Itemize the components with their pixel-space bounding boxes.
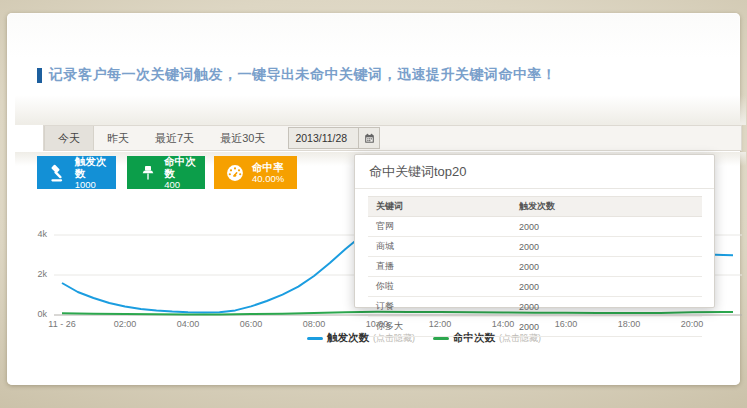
x-tick-label: 08:00 (303, 319, 326, 329)
page-title: 记录客户每一次关键词触发，一键导出未命中关键词，迅速提升关键词命中率！ (37, 66, 557, 84)
tab-last30days[interactable]: 最近30天 (207, 126, 278, 150)
x-tick-label: 06:00 (240, 319, 263, 329)
cell-trigger-count: 2000 (511, 277, 702, 297)
top20-panel: 命中关键词top20 关键词 触发次数 官网2000商城2000直播2000你啦… (354, 154, 715, 308)
y-tick-label: 0k (27, 309, 47, 319)
stat-value: 400 (164, 179, 205, 190)
x-tick-label: 04:00 (177, 319, 200, 329)
stat-value: 40.00% (252, 173, 284, 184)
date-picker[interactable]: 2013/11/28 (288, 127, 380, 149)
table-row: 直播2000 (368, 257, 702, 277)
table-row: 订餐2000 (368, 297, 702, 317)
table-row: 你多大2000 (368, 317, 702, 337)
stat-label: 命中率 (252, 161, 284, 173)
x-tick-label: 11 - 26 (48, 319, 75, 329)
stat-trigger-count[interactable]: 触发次数 1000 (37, 156, 116, 189)
date-value[interactable]: 2013/11/28 (289, 128, 358, 148)
y-tick-label: 2k (27, 269, 47, 279)
cell-trigger-count: 2000 (511, 237, 702, 257)
section-divider-top (15, 95, 746, 125)
table-row: 你啦2000 (368, 277, 702, 297)
cell-trigger-count: 2000 (511, 217, 702, 237)
legend-line-blue-icon (307, 337, 323, 340)
legend-name: 触发次数 (327, 331, 369, 345)
stat-label: 命中次数 (164, 155, 205, 179)
col-trigger-count: 触发次数 (511, 197, 702, 217)
cell-keyword: 你啦 (368, 277, 511, 297)
gavel-icon (45, 163, 71, 183)
page-title-text: 记录客户每一次关键词触发，一键导出未命中关键词，迅速提升关键词命中率！ (49, 66, 557, 84)
desktop-background: 记录客户每一次关键词触发，一键导出未命中关键词，迅速提升关键词命中率！ 今天 昨… (0, 0, 747, 408)
panel-title: 命中关键词top20 (355, 155, 714, 189)
cell-trigger-count: 2000 (511, 297, 702, 317)
table-row: 官网2000 (368, 217, 702, 237)
stat-hit-count[interactable]: 命中次数 400 (127, 156, 205, 189)
dashboard-card: 记录客户每一次关键词触发，一键导出未命中关键词，迅速提升关键词命中率！ 今天 昨… (7, 13, 740, 385)
cell-trigger-count: 2000 (511, 317, 702, 337)
y-tick-label: 4k (27, 229, 47, 239)
stat-value: 1000 (75, 179, 116, 190)
col-keyword: 关键词 (368, 197, 511, 217)
x-tick-label: 02:00 (114, 319, 137, 329)
pushpin-icon (135, 164, 160, 182)
tab-last7days[interactable]: 最近7天 (142, 126, 207, 150)
cell-keyword: 订餐 (368, 297, 511, 317)
cell-keyword: 商城 (368, 237, 511, 257)
keyword-table-body: 官网2000商城2000直播2000你啦2000订餐2000你多大2000 (368, 217, 702, 337)
gauge-icon (222, 163, 248, 183)
keyword-table: 关键词 触发次数 官网2000商城2000直播2000你啦2000订餐2000你… (368, 196, 702, 337)
tab-yesterday[interactable]: 昨天 (94, 126, 142, 150)
cell-keyword: 官网 (368, 217, 511, 237)
stat-hit-rate[interactable]: 命中率 40.00% (214, 156, 297, 189)
date-range-toolbar: 今天 昨天 最近7天 最近30天 2013/11/28 (43, 125, 742, 151)
cell-keyword: 你多大 (368, 317, 511, 337)
stat-label: 触发次数 (75, 155, 116, 179)
cell-keyword: 直播 (368, 257, 511, 277)
tab-today[interactable]: 今天 (44, 126, 94, 150)
cell-trigger-count: 2000 (511, 257, 702, 277)
calendar-icon[interactable] (358, 128, 379, 148)
table-header-row: 关键词 触发次数 (368, 197, 702, 217)
table-row: 商城2000 (368, 237, 702, 257)
title-marker (37, 68, 42, 83)
